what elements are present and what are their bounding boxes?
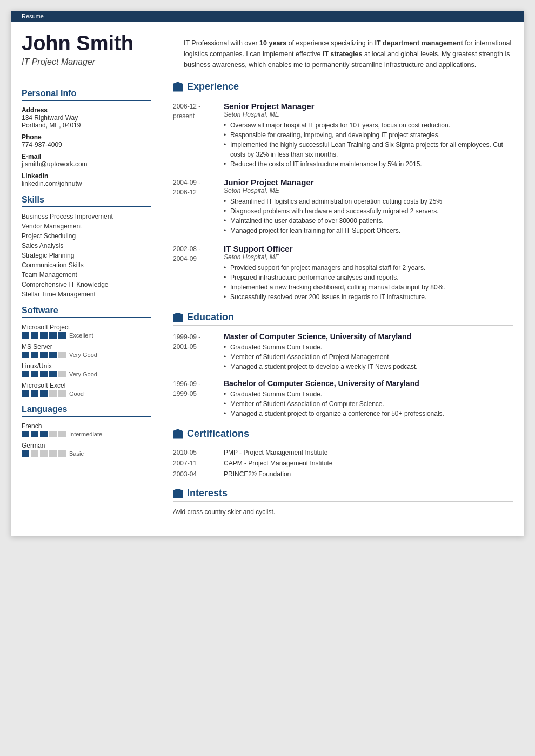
software-list: Microsoft ProjectExcellentMS ServerVery … [22,323,151,397]
certifications-title: Certifications [173,428,513,442]
top-bar: Resume [11,11,524,22]
exp-bullet: Successfully resolved over 200 issues in… [224,292,513,302]
exp-job-title: Junior Project Manager [224,178,513,187]
bar-block-filled [22,352,29,358]
exp-bullet: Streamlined IT logistics and administrat… [224,197,513,206]
language-item: FrenchIntermediate [22,422,151,437]
exp-bullet: Provided support for project managers an… [224,263,513,273]
experience-section: Experience 2006-12 - presentSenior Proje… [173,81,513,302]
edu-date: 1996-09 - 1999-05 [173,379,216,418]
email-value: j.smith@uptowork.com [22,160,151,168]
skill-item: Vendor Management [22,222,151,230]
software-name: Microsoft Excel [22,382,151,389]
phone-value: 774-987-4009 [22,141,151,148]
candidate-title: IT Project Manager [22,57,173,67]
software-name: Microsoft Project [22,323,151,331]
language-name: French [22,422,151,430]
bar-block-filled [49,352,57,358]
content: Personal Info Address 134 Rightward Way … [11,76,524,536]
phone-group: Phone 774-987-4009 [22,133,151,148]
education-entry: 1999-09 - 2001-05Master of Computer Scie… [173,332,513,372]
exp-job-title: IT Support Officer [224,244,513,253]
bar-block-empty [58,352,66,358]
education-section: Education 1999-09 - 2001-05Master of Com… [173,312,513,418]
bar-block-empty [58,371,66,377]
experience-entry: 2004-09 - 2006-12Junior Project ManagerS… [173,178,513,235]
bar-block-filled [40,352,48,358]
edu-degree: Bachelor of Computer Science, University… [224,379,513,388]
cert-value: PMP - Project Management Institute [224,449,328,456]
edu-date: 1999-09 - 2001-05 [173,332,216,372]
edu-degree: Master of Computer Science, University o… [224,332,513,341]
skill-item: Comprehensive IT Knowledge [22,281,151,288]
certifications-icon [173,429,183,439]
exp-date: 2004-09 - 2006-12 [173,178,216,235]
email-group: E-mail j.smith@uptowork.com [22,153,151,168]
linkedin-group: LinkedIn linkedin.com/johnutw [22,172,151,187]
software-title: Software [22,306,151,318]
experience-list: 2006-12 - presentSenior Project ManagerS… [173,102,513,302]
experience-entry: 2006-12 - presentSenior Project ManagerS… [173,102,513,169]
experience-title: Experience [173,81,513,95]
education-list: 1999-09 - 2001-05Master of Computer Scie… [173,332,513,418]
interests-title: Interests [173,488,513,502]
bar-block-filled [31,332,38,339]
bar-block-filled [40,371,48,377]
bar-block-empty [58,390,66,397]
address-group: Address 134 Rightward Way Portland, ME, … [22,106,151,129]
skills-list: Business Process ImprovementVendor Manag… [22,213,151,298]
bar-block-filled [22,332,29,339]
interests-icon [173,489,183,498]
candidate-name: John Smith [22,32,173,55]
bar-label: Very Good [69,371,97,377]
top-bar-label: Resume [22,13,44,19]
edu-bullet: Graduated Summa Cum Laude. [224,342,513,352]
experience-icon [173,82,183,92]
exp-bullet: Prepared infrastructure performance anal… [224,273,513,282]
skill-item: Project Scheduling [22,232,151,240]
bar-label: Good [69,390,84,397]
address-label: Address [22,106,151,114]
linkedin-value: linkedin.com/johnutw [22,180,151,187]
left-column: Personal Info Address 134 Rightward Way … [11,76,162,536]
header-summary: IT Professional with over 10 years of ex… [184,32,513,70]
address-line1: 134 Rightward Way [22,114,151,122]
personal-info-title: Personal Info [22,89,151,101]
summary-text: IT Professional with over 10 years of ex… [184,39,511,69]
software-item: Microsoft ProjectExcellent [22,323,151,339]
edu-bullet: Managed a student project to organize a … [224,409,513,418]
exp-bullet: Responsible for creating, improving, and… [224,130,513,140]
phone-label: Phone [22,133,151,141]
bar-container [22,390,66,397]
exp-bullet: Implemented the highly successful Lean T… [224,140,513,159]
cert-entry: 2003-04PRINCE2® Foundation [173,470,513,478]
email-label: E-mail [22,153,151,160]
exp-bullet: Maintained the user database of over 300… [224,216,513,226]
bar-block-filled [40,390,48,397]
education-entry: 1996-09 - 1999-05Bachelor of Computer Sc… [173,379,513,418]
skill-item: Stellar Time Management [22,291,151,298]
exp-company: Seton Hospital, ME [224,187,513,194]
right-column: Experience 2006-12 - presentSenior Proje… [162,76,524,536]
bar-label: Excellent [69,332,93,339]
education-icon [173,313,183,322]
skills-title: Skills [22,195,151,207]
certifications-list: 2010-05PMP - Project Management Institut… [173,449,513,478]
cert-date: 2007-11 [173,460,216,467]
exp-date: 2002-08 - 2004-09 [173,244,216,302]
software-item: Microsoft ExcelGood [22,382,151,397]
interests-text: Avid cross country skier and cyclist. [173,508,513,516]
cert-entry: 2007-11CAPM - Project Management Institu… [173,460,513,467]
cert-value: CAPM - Project Management Institute [224,460,332,467]
exp-company: Seton Hospital, ME [224,253,513,261]
exp-bullet: Diagnosed problems with hardware and suc… [224,206,513,216]
languages-title: Languages [22,404,151,417]
bar-block-filled [49,332,57,339]
exp-date: 2006-12 - present [173,102,216,169]
skill-item: Sales Analysis [22,242,151,249]
cert-date: 2010-05 [173,449,216,456]
cert-date: 2003-04 [173,470,216,478]
software-name: Linux/Unix [22,362,151,370]
header: John Smith IT Project Manager IT Profess… [11,22,524,76]
interests-section: Interests Avid cross country skier and c… [173,488,513,516]
